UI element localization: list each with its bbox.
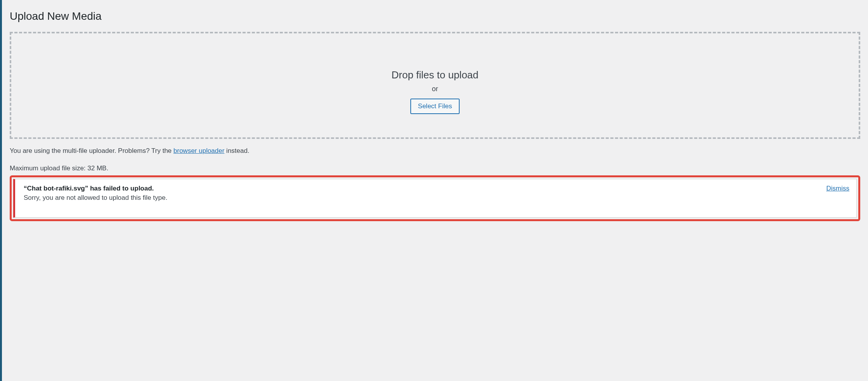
info-prefix: You are using the multi-file uploader. P… bbox=[10, 147, 174, 154]
error-title: “Chat bot-rafiki.svg” has failed to uplo… bbox=[24, 185, 819, 192]
uploader-info-text: You are using the multi-file uploader. P… bbox=[10, 146, 860, 156]
page-title: Upload New Media bbox=[10, 10, 860, 23]
dropzone-heading: Drop files to upload bbox=[391, 69, 478, 81]
error-content: “Chat bot-rafiki.svg” has failed to uplo… bbox=[24, 185, 819, 202]
max-upload-size-text: Maximum upload file size: 32 MB. bbox=[10, 165, 860, 172]
error-detail: Sorry, you are not allowed to upload thi… bbox=[24, 194, 819, 202]
browser-uploader-link[interactable]: browser uploader bbox=[174, 147, 224, 154]
info-suffix: instead. bbox=[224, 147, 249, 154]
dropzone-or-text: or bbox=[432, 85, 438, 93]
dismiss-link[interactable]: Dismiss bbox=[826, 185, 850, 192]
media-upload-page: Upload New Media Drop files to upload or… bbox=[0, 0, 868, 381]
select-files-button[interactable]: Select Files bbox=[410, 99, 460, 114]
upload-error-notice: “Chat bot-rafiki.svg” has failed to uplo… bbox=[13, 179, 857, 218]
error-highlight-box: “Chat bot-rafiki.svg” has failed to uplo… bbox=[10, 175, 860, 221]
upload-dropzone[interactable]: Drop files to upload or Select Files bbox=[10, 32, 860, 139]
